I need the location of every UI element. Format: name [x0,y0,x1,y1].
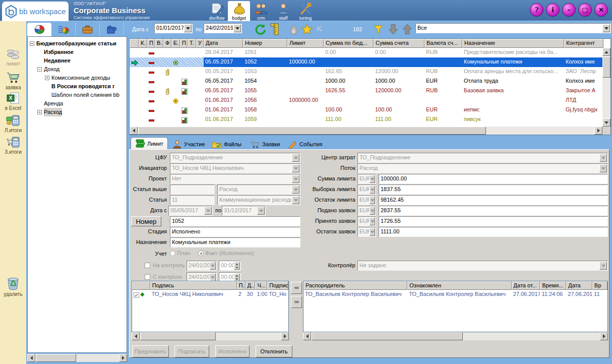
column-header-П[interactable]: П [147,39,155,48]
purpose-field[interactable]: Комунальные платежи [170,237,300,248]
dropdown-arrow-icon[interactable] [599,154,607,162]
date-to-picker[interactable]: 24/02/2019 [204,23,242,33]
column-header-Дата[interactable]: Дата [204,39,243,48]
scroll-right-button[interactable] [281,332,289,340]
column-header[interactable] [132,281,150,290]
dropdown-arrow-icon[interactable] [370,186,375,194]
amount-field[interactable]: 1111.00 [379,227,608,237]
sidebar-item-удалить[interactable]: удалить [0,276,26,297]
column-header-Время[interactable]: Время... [540,281,566,290]
tree-item[interactable]: Аренда [28,99,127,108]
tree-item[interactable]: −Бюджетообразующие статьи [28,39,127,48]
amount-field[interactable]: 1837.55 [379,185,608,195]
column-header-Дата[interactable]: Дата [566,281,592,290]
date-from-picker[interactable]: 01/01/2017 [154,23,193,33]
amount-field[interactable]: 2837.55 [379,206,608,216]
grid-row-1055[interactable]: 05.05.201710551626.55120000.00RUBБазовая… [130,86,603,96]
currency-select[interactable]: EUR [357,206,376,216]
column-header-Е[interactable]: Е. [171,39,180,48]
grid-row-1053[interactable]: 05.05.20171053162.6512000.00RUBОплата ар… [130,67,603,77]
column-header-Распорядитель[interactable]: Распорядитель [303,281,407,290]
k-icon[interactable]: K [317,24,322,33]
tree-item[interactable]: Шаблон полей слияния bb [28,91,127,99]
refresh-icon[interactable] [254,23,266,35]
expand-icon[interactable]: + [37,110,42,114]
scroll-thumb[interactable] [602,56,610,78]
dropdown-arrow-icon[interactable] [599,164,607,172]
currency-select[interactable]: EUR [357,216,376,226]
column-header-Датаот[interactable]: Дата от... [512,281,540,290]
tree-item[interactable]: Недавнее [28,56,127,65]
move-right-button[interactable]: >> [291,296,302,308]
logo-tab[interactable]: bb workspace [2,2,69,21]
dropdown-arrow-icon[interactable] [184,24,192,32]
module-staff[interactable]: staff [272,1,294,21]
radio-icon[interactable] [170,251,175,256]
column-header-Ч[interactable]: Ч... [255,281,267,290]
dropdown-arrow-icon[interactable] [370,196,375,204]
move-left-button[interactable]: << [291,282,302,294]
currency-select[interactable]: EUR [357,185,376,195]
tab-Участие[interactable]: Участие [168,138,209,150]
column-header-Контрагент[interactable]: Контрагент [564,39,603,48]
scroll-right-button[interactable] [594,127,602,135]
column-header-Т[interactable]: Т. [188,39,196,48]
off-control-checkbox[interactable] [145,274,150,280]
column-header-Подпись[interactable]: Подпись [150,281,237,290]
grid-row-1051[interactable]: 28.04.201710510.000.00RUBПредставительск… [130,48,603,57]
signature-checkbox[interactable]: ✓ [134,292,139,298]
flow-select[interactable]: Расход [357,163,608,173]
tree-tab-4[interactable] [100,23,124,36]
fact-radio[interactable]: Факт (Исполненно) [198,250,254,256]
column-header-В[interactable]: В. [155,39,163,48]
column-header-У[interactable]: У [196,39,204,48]
module-tuning[interactable]: tuning [294,1,317,21]
grid-horizontal-scrollbar[interactable] [130,127,602,135]
scroll-thumb[interactable] [138,127,486,135]
action-button-отклонить[interactable]: Отклонить [256,345,292,357]
cost-center-select[interactable]: ТО_Подразделение [357,153,608,163]
collapse-icon[interactable]: − [30,41,34,46]
scroll-down-button[interactable] [602,118,610,127]
controllers-horizontal-scrollbar[interactable] [303,332,608,340]
column-header-Суммасчета[interactable]: Сумма счета [374,39,424,48]
currency-select[interactable]: EUR [357,195,376,205]
scroll-left-button[interactable] [130,127,138,135]
column-header-К[interactable]: К. [139,39,147,48]
spinner-arrows-icon[interactable] [234,273,240,281]
grid-row-1056[interactable]: 01.06.201710561000000.00ЛТД [130,96,603,105]
scroll-thumb[interactable] [312,332,463,340]
table-row[interactable]: ТО_Васильев Контролер ВасильевичТО_Васил… [303,290,607,298]
plan-radio[interactable]: План [170,250,191,256]
dropdown-arrow-icon[interactable] [370,207,375,215]
sidebar-item-в-Excel[interactable]: Xв Excel [0,92,26,111]
column-header-Суммапобюд[interactable]: Сумма по бюд... [324,39,374,48]
dropdown-arrow-icon[interactable] [370,175,375,183]
currency-select[interactable]: EUR [357,174,376,184]
grid-row-1054[interactable]: 05.05.201710541000.001000.00EURОтлата тр… [130,77,603,86]
tab-События[interactable]: События [284,138,326,150]
grid-row-1059[interactable]: 01.06.20171059111.00111.00EURпивсук [130,115,603,125]
dropdown-arrow-icon[interactable] [599,262,607,270]
star-icon[interactable] [301,24,313,34]
signatures-horizontal-scrollbar[interactable] [132,332,289,340]
column-header-Вр[interactable]: Вр [592,281,607,290]
minimize-button[interactable]: – [562,3,576,17]
close-button[interactable]: ✕ [594,3,608,17]
amount-field[interactable]: 1726.55 [379,216,608,226]
tree-item[interactable]: В России проводятся г [28,82,127,91]
scroll-up-button[interactable] [602,48,610,56]
info-button[interactable]: i [546,3,560,17]
filter-select[interactable]: Все [415,23,611,33]
controller-select[interactable]: Не задано [357,261,608,271]
module-crm[interactable]: crm [250,1,272,21]
module-docflow[interactable]: docflow [206,1,228,21]
dropdown-arrow-icon[interactable] [210,273,216,281]
ruler-icon[interactable] [270,23,281,36]
dropdown-arrow-icon[interactable] [370,217,375,225]
funnel-icon[interactable] [374,25,383,34]
amount-field[interactable]: 98162.45 [379,195,608,205]
tree-item[interactable]: −Доход [28,65,127,74]
grid-row-1058[interactable]: 01.06.20171058100.00100.00EURиепмсGj,fys… [130,105,603,115]
column-header[interactable] [130,39,139,48]
